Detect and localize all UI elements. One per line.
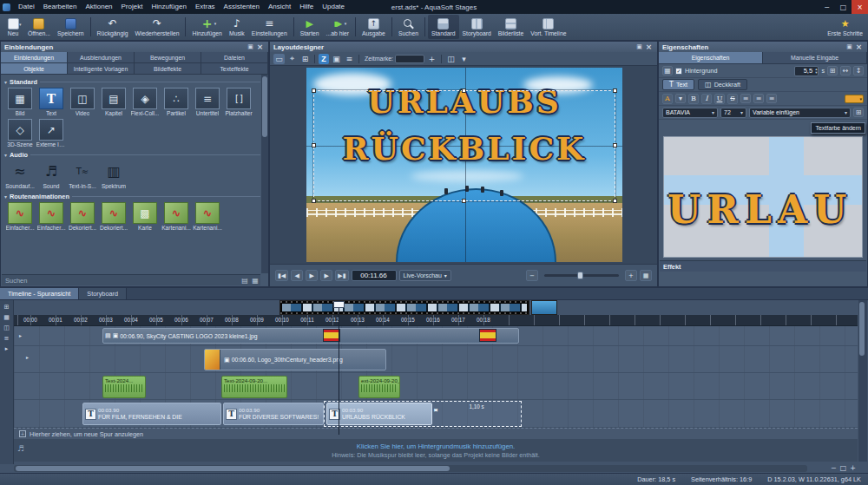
timeline-clip-audio-1[interactable]: Text-2024...: [102, 376, 146, 398]
skip-to-end-button[interactable]: ▶▮: [335, 270, 348, 281]
collapse-track-icon[interactable]: ▸: [26, 354, 29, 360]
timeline-horizontal-scrollbar[interactable]: [14, 465, 807, 472]
toolbar-button-oeffnen[interactable]: Öffnen...: [24, 15, 54, 39]
font-size-combo[interactable]: 72: [720, 108, 746, 118]
palette-item-untertitel[interactable]: Untertitel: [192, 88, 223, 116]
toolbar-button-starten[interactable]: Starten: [297, 15, 323, 39]
search-input[interactable]: [2, 277, 240, 285]
toolbar-button-vort-timeline[interactable]: Vort. Timeline: [527, 15, 569, 39]
preview-mode-dropdown[interactable]: Live-Vorschau: [399, 270, 451, 281]
bold-button[interactable]: B: [688, 94, 699, 104]
overflow-menu-icon[interactable]: ▾: [458, 54, 470, 64]
close-panel-icon[interactable]: [854, 43, 864, 51]
toolbar-button-rueckgaengig[interactable]: Rückgängig: [94, 15, 132, 39]
close-panel-icon[interactable]: [644, 43, 654, 51]
tab-manuelle-eingabe[interactable]: Manuelle Eingabe: [763, 52, 867, 63]
text-color-swatch[interactable]: [845, 95, 864, 103]
track-list-icon[interactable]: ≡: [4, 335, 10, 342]
track-view-icon[interactable]: ▦: [3, 314, 10, 321]
zeitmarke-field[interactable]: [395, 55, 424, 63]
toolbar-button-ab-hier[interactable]: ▾ ...ab hier: [323, 15, 352, 39]
menu-assistenten[interactable]: Assistenten: [220, 0, 264, 14]
menu-bearbeiten[interactable]: Bearbeiten: [39, 0, 82, 14]
zoom-out-icon[interactable]: −: [526, 270, 538, 281]
tab-eigenschaften[interactable]: Eigenschaften: [659, 52, 763, 63]
select-tool-icon[interactable]: ▭: [273, 54, 285, 64]
scrollbar-thumb[interactable]: [262, 76, 267, 137]
palette-item-route-4[interactable]: Dekoriert...: [98, 202, 129, 231]
menu-hinzufuegen[interactable]: Hinzufügen: [147, 0, 190, 14]
toolbar-button-speichern[interactable]: Speichern: [54, 15, 88, 39]
snap-icon[interactable]: ▣: [331, 54, 342, 64]
menu-ansicht[interactable]: Ansicht: [264, 0, 295, 14]
collapse-track-icon[interactable]: ▸: [19, 332, 22, 338]
palette-item-karte[interactable]: Karte: [129, 202, 161, 231]
underline-button[interactable]: U: [714, 94, 725, 104]
palette-item-platzhalter[interactable]: Platzhalter: [223, 88, 254, 116]
timeline-vertical-scrollbar[interactable]: [858, 300, 867, 462]
palette-item-text-in-sprache[interactable]: Text-in-S...: [67, 161, 98, 189]
resize-handle[interactable]: [613, 88, 617, 93]
palette-item-route-1[interactable]: Einfacher...: [4, 202, 36, 231]
text-preview-area[interactable]: URLAU: [663, 136, 863, 258]
rulers-icon[interactable]: ≡: [344, 54, 355, 64]
edit-icon[interactable]: ▤: [240, 277, 250, 285]
toolbar-button-musik[interactable]: Musik: [226, 15, 248, 39]
tab-bewegungen[interactable]: Bewegungen: [135, 52, 201, 62]
selection-rectangle[interactable]: [313, 90, 615, 201]
chevron-down-icon[interactable]: ▾: [675, 94, 686, 103]
toolbar-button-hinzufuegen[interactable]: ▾ Hinzufügen: [188, 15, 225, 39]
fullscreen-icon[interactable]: ▦: [640, 270, 652, 281]
horizontal-align-icon[interactable]: ↔: [840, 66, 851, 75]
maximize-button[interactable]: [835, 0, 852, 14]
time-ruler[interactable]: 00:00 00:01 00:02 00:03 00:04 00:05 00:0…: [14, 315, 858, 326]
section-header-routenanimationen[interactable]: Routenanimationen: [4, 193, 260, 200]
resize-handle[interactable]: [462, 88, 466, 93]
palette-item-kartenanimation-2[interactable]: Kartenani...: [192, 202, 223, 231]
resize-handle[interactable]: [312, 143, 316, 147]
pan-tool-icon[interactable]: ⌖: [286, 54, 298, 64]
flag-thumbnail[interactable]: [479, 329, 496, 342]
toolbar-button-erste-schritte[interactable]: Erste Schritte: [824, 15, 866, 39]
track-options-icon[interactable]: ⊞: [4, 304, 10, 311]
track-expand-icon[interactable]: ▸: [5, 345, 9, 352]
fit-view-icon[interactable]: ◫: [445, 54, 457, 64]
toolbar-button-bilderliste[interactable]: Bilderliste: [495, 15, 527, 39]
close-panel-icon[interactable]: [255, 43, 265, 51]
scrollbar-thumb[interactable]: [859, 302, 865, 356]
palette-item-kartenanimation-1[interactable]: Kartenani...: [161, 202, 192, 231]
grid-view-icon[interactable]: ▦: [250, 277, 260, 285]
resize-handle[interactable]: [462, 199, 466, 203]
tab-einblendungen[interactable]: Einblendungen: [1, 52, 68, 62]
palette-item-bild[interactable]: Bild: [4, 88, 36, 116]
timeline-zoom-in-icon[interactable]: +: [850, 464, 856, 472]
skip-to-start-button[interactable]: ▮◀: [275, 270, 288, 281]
toolbar-button-suchen[interactable]: Suchen: [395, 15, 422, 39]
pin-panel-icon[interactable]: [845, 43, 854, 51]
resize-handle[interactable]: [312, 199, 316, 203]
tab-dateien[interactable]: Dateien: [201, 52, 268, 62]
menu-aktionen[interactable]: Aktionen: [81, 0, 116, 14]
timeline-zoom-fit-icon[interactable]: □: [840, 464, 847, 472]
palette-item-text[interactable]: Text: [36, 88, 67, 116]
italic-button[interactable]: I: [701, 94, 712, 104]
background-music-track[interactable]: ♬ Klicken Sie hier, um Hintergrundmusik …: [14, 439, 858, 462]
palette-item-flexi-collage[interactable]: Flexi-Coll...: [129, 88, 161, 116]
palette-item-spektrum[interactable]: Spektrum: [98, 161, 129, 189]
play-button[interactable]: ▶: [306, 270, 318, 281]
subtab-text[interactable]: TText: [662, 79, 694, 90]
tab-storyboard[interactable]: Storyboard: [79, 288, 127, 299]
tab-ausblendungen[interactable]: Ausblendungen: [68, 52, 135, 62]
align-right-icon[interactable]: ≡: [766, 94, 777, 103]
effect-section-header[interactable]: Effekt: [660, 260, 866, 272]
menu-hilfe[interactable]: Hilfe: [295, 0, 318, 14]
strikethrough-button[interactable]: S: [727, 94, 738, 104]
palette-item-3d-szene[interactable]: 3D-Szene: [4, 119, 36, 147]
resize-handle[interactable]: [613, 199, 617, 203]
palette-item-route-2[interactable]: Einfacher...: [36, 202, 67, 231]
timeline-clip-audio-2[interactable]: Text-2024-09-20...: [221, 376, 287, 398]
align-left-icon[interactable]: ≡: [740, 94, 751, 103]
tab-timeline-spuransicht[interactable]: Timeline - Spuransicht: [0, 288, 79, 299]
grid-icon[interactable]: ⊞: [299, 54, 311, 64]
spinner-arrows-icon[interactable]: ▴▾: [814, 68, 818, 75]
